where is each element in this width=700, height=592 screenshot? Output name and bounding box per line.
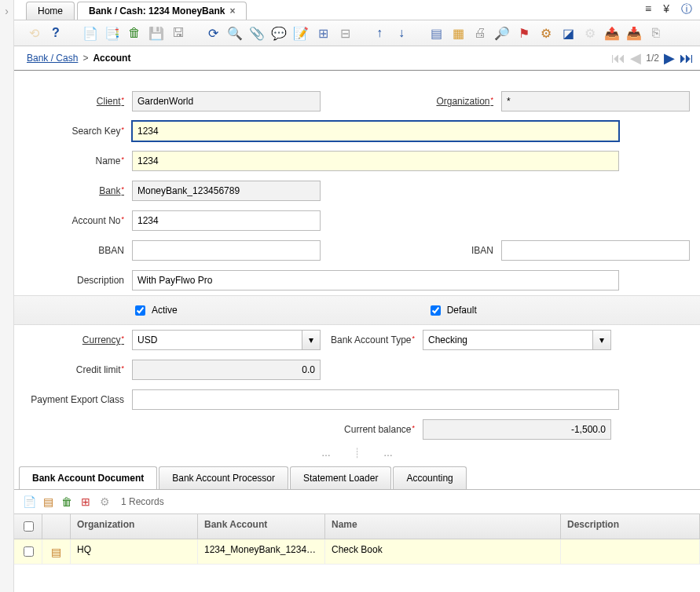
description-input[interactable]: [132, 270, 619, 291]
credit-limit-field: [132, 360, 321, 380]
collapse-icon[interactable]: ¥: [663, 2, 669, 16]
export-icon[interactable]: 📤: [603, 24, 621, 42]
tab-bank-cash-label: Bank / Cash: 1234 MoneyBank: [89, 5, 225, 16]
subtab-bank-account-document[interactable]: Bank Account Document: [19, 466, 157, 489]
iban-input[interactable]: [501, 240, 690, 261]
select-all-checkbox[interactable]: [24, 521, 34, 532]
column-bank-account[interactable]: Bank Account: [198, 514, 325, 539]
menu-icon[interactable]: ≡: [645, 2, 651, 16]
tab-bank-cash[interactable]: Bank / Cash: 1234 MoneyBank ×: [77, 2, 247, 20]
label-credit-limit: Credit limit: [14, 364, 132, 375]
import-icon[interactable]: 📥: [625, 24, 643, 42]
row-edit-icon[interactable]: ▤: [49, 545, 64, 559]
gridtoggle-icon[interactable]: ⊞: [314, 24, 332, 42]
detail-down-icon[interactable]: ↓: [393, 24, 410, 42]
help-icon[interactable]: ?: [47, 24, 64, 42]
cell-name: Check Book: [325, 539, 561, 564]
column-name[interactable]: Name: [325, 514, 561, 539]
bban-input[interactable]: [132, 240, 321, 261]
account-no-input[interactable]: [132, 210, 321, 231]
label-bank[interactable]: Bank: [14, 185, 132, 196]
record-position: 1/2: [646, 53, 659, 64]
copy-icon[interactable]: 📑: [104, 24, 121, 42]
first-record-icon: ⏮: [611, 50, 625, 67]
chevron-right-icon: ›: [5, 5, 9, 17]
bank-account-type-combo[interactable]: ▾: [423, 330, 611, 350]
form-area: Client Organization Search Key Name Bank…: [14, 70, 700, 592]
breadcrumb-sep: >: [82, 53, 88, 64]
csv-icon: ⎘: [647, 24, 665, 42]
attachment-icon[interactable]: 📎: [248, 24, 266, 42]
search-key-input[interactable]: [132, 121, 619, 141]
last-record-icon[interactable]: ⏭: [680, 50, 694, 67]
label-current-balance: Current balance: [313, 424, 423, 435]
save-icon: 💾: [148, 24, 165, 42]
tab-home-label: Home: [38, 5, 63, 16]
breadcrumb: Bank / Cash > Account ⏮ ◀ 1/2 ▶ ⏭: [14, 46, 700, 70]
archive-icon[interactable]: ▦: [449, 24, 467, 42]
help-topbar-icon[interactable]: ⓘ: [681, 2, 692, 16]
breadcrumb-root[interactable]: Bank / Cash: [27, 53, 78, 64]
record-nav: ⏮ ◀ 1/2 ▶ ⏭: [611, 49, 694, 67]
cell-description: [561, 539, 700, 564]
new-icon[interactable]: 📄: [82, 24, 99, 42]
form-view-icon[interactable]: ▤: [41, 495, 55, 509]
grid: Organization Bank Account Name Descripti…: [14, 513, 700, 565]
row-select-checkbox[interactable]: [24, 546, 34, 557]
label-default: Default: [447, 305, 477, 316]
column-edit: [42, 514, 71, 539]
close-icon[interactable]: ×: [229, 5, 235, 16]
process-icon[interactable]: ⚙: [537, 24, 555, 42]
subtabs-bar: Bank Account Document Bank Account Proce…: [14, 466, 700, 490]
find-icon[interactable]: 🔍: [226, 24, 244, 42]
column-description[interactable]: Description: [561, 514, 700, 539]
column-select[interactable]: [14, 514, 42, 539]
subtab-bank-account-processor[interactable]: Bank Account Processor: [159, 466, 288, 489]
column-organization[interactable]: Organization: [71, 514, 198, 539]
new-record-icon[interactable]: 📄: [22, 495, 36, 509]
payment-export-class-input[interactable]: [132, 389, 619, 410]
label-description: Description: [14, 275, 132, 286]
refresh-icon[interactable]: ⟳: [204, 24, 222, 42]
table-row[interactable]: ▤ HQ 1234_MoneyBank_12345... Check Book: [14, 539, 700, 565]
product-icon[interactable]: ◪: [559, 24, 577, 42]
label-currency[interactable]: Currency: [14, 334, 132, 345]
tab-home[interactable]: Home: [26, 2, 75, 20]
currency-input[interactable]: [132, 330, 302, 350]
gear-icon: ⚙: [581, 24, 599, 42]
toolbar: ⟲ ? 📄 📑 🗑 💾 🖫 ⟳ 🔍 📎 💬 📝 ⊞ ⊟ ↑ ↓ ▤ ▦ 🖨 🔎 …: [14, 20, 700, 46]
chat-icon[interactable]: 💬: [270, 24, 288, 42]
horizontal-scrollbar[interactable]: [14, 583, 679, 592]
report-icon[interactable]: ▤: [427, 24, 445, 42]
active-checkbox[interactable]: [135, 305, 145, 316]
label-bban: BBAN: [14, 245, 132, 256]
prev-record-icon: ◀: [630, 49, 641, 67]
next-record-icon[interactable]: ▶: [664, 49, 675, 67]
subtab-accounting[interactable]: Accounting: [393, 466, 466, 489]
expand-left-panel[interactable]: ›: [0, 0, 14, 592]
note-icon[interactable]: 📝: [292, 24, 310, 42]
name-input[interactable]: [132, 151, 619, 171]
label-payment-export-class: Payment Export Class: [14, 394, 132, 405]
delete-icon[interactable]: 🗑: [126, 24, 143, 42]
bank-field: [132, 181, 321, 201]
breadcrumb-current: Account: [93, 53, 130, 64]
subtab-statement-loader[interactable]: Statement Loader: [290, 466, 391, 489]
delete-record-icon[interactable]: 🗑: [60, 495, 74, 509]
label-client[interactable]: Client: [14, 96, 132, 107]
currency-combo[interactable]: ▾: [132, 330, 321, 350]
chevron-down-icon[interactable]: ▾: [592, 330, 611, 350]
current-balance-field: [423, 419, 611, 440]
lock-icon[interactable]: ⚑: [515, 24, 533, 42]
process-sub-icon: ⚙: [97, 495, 112, 509]
label-organization[interactable]: Organization: [391, 96, 501, 107]
default-checkbox[interactable]: [431, 305, 441, 316]
cell-organization: HQ: [71, 539, 198, 564]
sub-toolbar: 📄 ▤ 🗑 ⊞ ⚙ 1 Records: [14, 490, 700, 513]
parent-icon[interactable]: ↑: [371, 24, 388, 42]
section-separator: …┊…: [14, 444, 700, 462]
bank-account-type-input[interactable]: [423, 330, 592, 350]
grid-view-icon[interactable]: ⊞: [79, 495, 93, 509]
zoom-icon[interactable]: 🔎: [493, 24, 511, 42]
print-icon: 🖨: [471, 24, 489, 42]
